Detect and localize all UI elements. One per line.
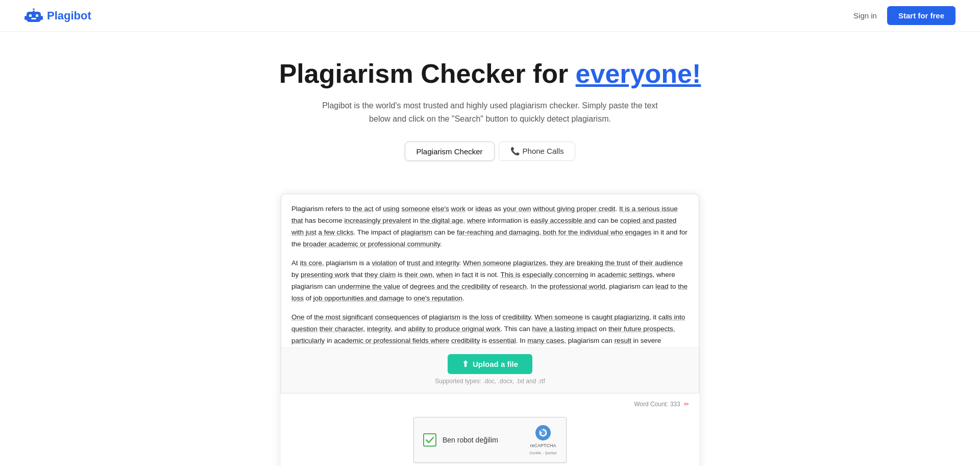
supported-types: Supported types: .doc, .docx, .txt and .… bbox=[435, 378, 545, 385]
tab-plagiarism-checker[interactable]: Plagiarism Checker bbox=[405, 142, 495, 161]
tab-phone-calls[interactable]: 📞Phone Calls bbox=[499, 142, 576, 161]
word-count: Word Count: 333 ✏ bbox=[291, 398, 689, 413]
recaptcha-wrapper: Ben robot değilim reCAPTCHA Gizlilik - Ş… bbox=[281, 417, 699, 463]
text-area-wrapper: Plagiarism refers to the act of using so… bbox=[281, 194, 699, 393]
paragraph-3: One of the most significant consequences… bbox=[291, 312, 689, 348]
sign-in-link[interactable]: Sign in bbox=[853, 11, 877, 20]
recaptcha-logo-icon bbox=[535, 425, 551, 441]
svg-rect-2 bbox=[36, 14, 38, 17]
hero-subtitle: Plagibot is the world's most trusted and… bbox=[316, 99, 664, 125]
recaptcha-policy: Gizlilik - Şartlar bbox=[529, 451, 557, 455]
paragraph-2: At its core, plagiarism is a violation o… bbox=[291, 258, 689, 305]
upload-icon: ⬆ bbox=[462, 359, 469, 369]
word-count-value: 333 bbox=[670, 401, 680, 408]
recaptcha-left: Ben robot değilim bbox=[423, 433, 498, 447]
edit-icon: ✏ bbox=[684, 401, 689, 408]
svg-rect-7 bbox=[40, 16, 43, 20]
hero-section: Plagiarism Checker for everyone! Plagibo… bbox=[0, 32, 980, 194]
hero-title: Plagiarism Checker for everyone! bbox=[10, 58, 970, 89]
hero-title-start: Plagiarism Checker for bbox=[279, 59, 576, 88]
logo-link[interactable]: Plagibot bbox=[24, 7, 91, 25]
checker-container: Plagiarism refers to the act of using so… bbox=[281, 194, 699, 466]
logo-text: Plagibot bbox=[47, 9, 91, 22]
text-area-content[interactable]: Plagiarism refers to the act of using so… bbox=[281, 194, 699, 347]
nav-right: Sign in Start for free bbox=[853, 6, 955, 25]
paragraph-1: Plagiarism refers to the act of using so… bbox=[291, 203, 689, 250]
svg-rect-6 bbox=[24, 16, 27, 20]
phone-icon: 📞 bbox=[510, 147, 520, 155]
check-icon bbox=[425, 435, 434, 445]
navbar: Plagibot Sign in Start for free bbox=[0, 0, 980, 32]
hero-title-highlight: everyone! bbox=[576, 59, 701, 88]
start-for-free-button[interactable]: Start for free bbox=[887, 6, 955, 25]
recaptcha-box[interactable]: Ben robot değilim reCAPTCHA Gizlilik - Ş… bbox=[413, 417, 567, 463]
svg-point-5 bbox=[33, 8, 35, 10]
checker-bottom: Word Count: 333 ✏ bbox=[281, 393, 699, 413]
recaptcha-brand: reCAPTCHA bbox=[530, 443, 556, 449]
recaptcha-label: Ben robot değilim bbox=[443, 436, 498, 444]
logo-icon bbox=[24, 7, 43, 25]
tabs-container: Plagiarism Checker 📞Phone Calls bbox=[10, 142, 970, 161]
svg-rect-1 bbox=[29, 14, 32, 17]
recaptcha-checkbox[interactable] bbox=[423, 433, 436, 447]
recaptcha-right: reCAPTCHA Gizlilik - Şartlar bbox=[529, 425, 557, 455]
svg-rect-3 bbox=[31, 18, 36, 19]
upload-file-button[interactable]: ⬆ Upload a file bbox=[448, 354, 532, 374]
svg-rect-0 bbox=[27, 12, 41, 22]
upload-area: ⬆ Upload a file Supported types: .doc, .… bbox=[281, 347, 699, 393]
